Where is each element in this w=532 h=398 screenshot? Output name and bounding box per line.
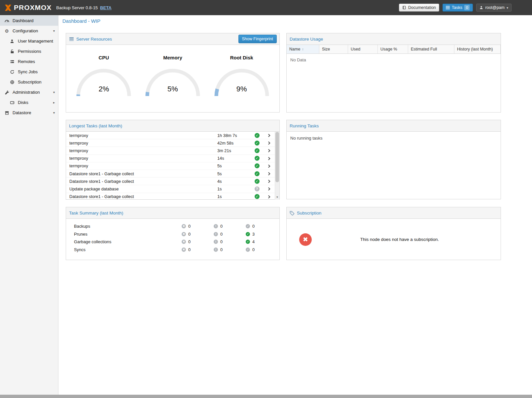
longest-tasks-panel: Longest Tasks (last Month) termproxy 1h … bbox=[66, 120, 280, 200]
chevron-right-icon[interactable] bbox=[262, 180, 275, 182]
scrollbar-thumb[interactable] bbox=[275, 132, 279, 182]
unlock-icon bbox=[9, 49, 15, 54]
column-header-usage-[interactable]: Usage % bbox=[378, 45, 408, 53]
column-header-size[interactable]: Size bbox=[319, 45, 348, 53]
task-row[interactable]: Update package database 1s ? bbox=[66, 185, 275, 193]
sidebar-item-disks[interactable]: Disks ▸ bbox=[0, 97, 58, 108]
user-icon bbox=[9, 39, 15, 44]
gauge-root-disk: Root Disk 9% bbox=[207, 55, 276, 98]
task-row[interactable]: Datastore store1 - Garbage collect 4s ✓ bbox=[66, 178, 275, 185]
sidebar-item-user-management[interactable]: User Management bbox=[0, 36, 58, 46]
task-summary-label: Prunes bbox=[74, 232, 182, 237]
task-summary-label: Syncs bbox=[74, 247, 182, 252]
task-row[interactable]: termproxy 42m 58s ✓ bbox=[66, 139, 275, 147]
expand-arrow-icon[interactable]: ▸ bbox=[53, 101, 55, 104]
server-resources-title: Server Resources bbox=[76, 37, 112, 42]
chevron-right-icon[interactable] bbox=[262, 165, 275, 167]
task-duration: 14s bbox=[217, 156, 252, 161]
column-header-used[interactable]: Used bbox=[348, 45, 378, 53]
chevron-right-icon[interactable] bbox=[262, 134, 275, 137]
column-header-name[interactable]: Name ↑ bbox=[287, 45, 319, 53]
gauge-cpu: CPU 2% bbox=[69, 55, 138, 98]
expand-arrow-icon[interactable]: ▾ bbox=[53, 29, 55, 33]
chevron-right-icon[interactable] bbox=[262, 187, 275, 190]
task-duration: 5s bbox=[217, 163, 252, 168]
subscription-panel: Subscription ✖ This node does not have a… bbox=[286, 207, 501, 260]
dashboard-grid: Server Resources Show Fingerprint CPU 2%… bbox=[66, 33, 532, 260]
error-icon: ✖ bbox=[182, 240, 186, 244]
sidebar-item-administration[interactable]: Administration ▾ bbox=[0, 87, 58, 97]
chevron-right-icon[interactable] bbox=[262, 157, 275, 160]
disk-icon bbox=[9, 100, 15, 105]
status-ok-icon: ✓ bbox=[255, 171, 260, 176]
expand-arrow-icon[interactable]: ▾ bbox=[53, 111, 55, 115]
show-fingerprint-button[interactable]: Show Fingerprint bbox=[238, 35, 277, 43]
task-row[interactable]: termproxy 3m 21s ✓ bbox=[66, 147, 275, 154]
task-row[interactable]: termproxy 1h 38m 7s ✓ bbox=[66, 132, 275, 139]
warning-count: 0 bbox=[220, 247, 223, 252]
task-name: termproxy bbox=[69, 163, 217, 168]
task-row[interactable]: termproxy 5s ✓ bbox=[66, 162, 275, 170]
ok-count: 0 bbox=[252, 224, 255, 229]
ok-count: 4 bbox=[252, 239, 255, 244]
logo-wordmark: PROXMOX bbox=[14, 4, 52, 12]
warning-icon: ! bbox=[214, 224, 218, 228]
subscription-title: Subscription bbox=[297, 211, 321, 216]
subscription-header: Subscription bbox=[287, 207, 501, 219]
tachometer-icon bbox=[4, 18, 10, 23]
page-title: Dashboard - WIP bbox=[58, 15, 532, 26]
error-icon: ✖ bbox=[182, 232, 186, 236]
error-count: 0 bbox=[188, 232, 191, 237]
task-summary-panel: Task Summary (last Month) Backups ✖ 0 ! … bbox=[66, 207, 280, 260]
task-duration: 5s bbox=[217, 171, 252, 176]
beta-link[interactable]: BETA bbox=[100, 5, 111, 10]
sidebar-item-datastore[interactable]: Datastore ▾ bbox=[0, 108, 58, 118]
error-count: 0 bbox=[188, 239, 191, 244]
datastore-usage-empty-text: No Data bbox=[287, 54, 501, 66]
warning-count: 0 bbox=[220, 239, 223, 244]
task-row[interactable]: termproxy 14s ✓ bbox=[66, 155, 275, 162]
task-summary-row: Syncs ✖ 0 ! 0 ✓ 0 bbox=[66, 246, 279, 254]
chevron-right-icon[interactable] bbox=[262, 172, 275, 175]
running-tasks-header: Running Tasks bbox=[287, 120, 501, 132]
column-header-estimated-full[interactable]: Estimated Full bbox=[408, 45, 454, 53]
gauge-arc: 2% bbox=[73, 66, 134, 98]
task-row[interactable]: Datastore store1 - Garbage collect 1s ✓ bbox=[66, 193, 275, 200]
scroll-down-arrow-icon[interactable]: ▼ bbox=[275, 195, 279, 199]
task-duration: 1s bbox=[217, 186, 252, 191]
sidebar-item-subscription[interactable]: Subscription bbox=[0, 77, 58, 87]
chevron-right-icon[interactable] bbox=[262, 142, 275, 144]
task-duration: 42m 58s bbox=[217, 141, 252, 146]
task-row[interactable]: Datastore store1 - Garbage collect 5s ✓ bbox=[66, 170, 275, 178]
ok-icon: ✓ bbox=[246, 240, 250, 244]
sidebar-item-sync-jobs[interactable]: Sync Jobs bbox=[0, 67, 58, 77]
warning-icon: ! bbox=[214, 232, 218, 236]
column-header-label: Usage % bbox=[380, 47, 397, 51]
task-summary-row: Backups ✖ 0 ! 0 ✓ 0 bbox=[66, 222, 279, 230]
expand-arrow-icon[interactable]: ▾ bbox=[53, 90, 55, 94]
task-name: termproxy bbox=[69, 141, 217, 146]
column-header-label: Estimated Full bbox=[411, 47, 437, 51]
chevron-right-icon[interactable] bbox=[262, 149, 275, 152]
warning-icon: ! bbox=[214, 248, 218, 252]
chevron-right-icon[interactable] bbox=[262, 195, 275, 198]
sidebar-item-configuration[interactable]: ⚙ Configuration ▾ bbox=[0, 26, 58, 36]
sidebar-item-dashboard[interactable]: Dashboard bbox=[0, 16, 58, 26]
gauge-memory: Memory 5% bbox=[138, 55, 207, 98]
sidebar-item-remotes[interactable]: Remotes bbox=[0, 56, 58, 67]
status-ok-icon: ✓ bbox=[255, 179, 260, 184]
gauge-label: CPU bbox=[69, 55, 138, 60]
task-summary-row: Prunes ✖ 0 ! 0 ✓ 3 bbox=[66, 230, 279, 238]
scrollbar[interactable]: ▼ bbox=[275, 132, 279, 200]
column-header-history-last-month-[interactable]: History (last Month) bbox=[454, 45, 501, 53]
sidebar-item-permissions[interactable]: Permissions bbox=[0, 46, 58, 56]
server-resources-panel: Server Resources Show Fingerprint CPU 2%… bbox=[66, 33, 280, 113]
user-menu-button[interactable]: root@pam ▾ bbox=[476, 4, 512, 12]
datastore-icon bbox=[4, 111, 10, 115]
tasks-button[interactable]: Tasks 0 bbox=[443, 4, 473, 12]
task-name: Datastore store1 - Garbage collect bbox=[69, 179, 217, 184]
column-header-label: Size bbox=[322, 47, 330, 51]
gears-icon: ⚙ bbox=[4, 29, 10, 33]
documentation-button[interactable]: Documentation bbox=[399, 4, 439, 12]
documentation-label: Documentation bbox=[408, 5, 436, 10]
